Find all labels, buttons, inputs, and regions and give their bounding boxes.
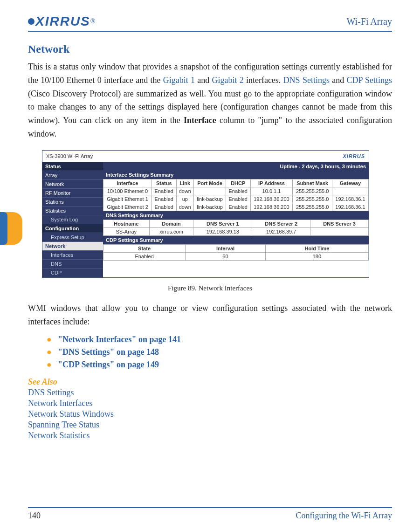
th: Status bbox=[151, 179, 176, 187]
td: Enabled bbox=[226, 203, 250, 211]
td: Enabled bbox=[151, 203, 176, 211]
doc-title: Wi-Fi Array bbox=[346, 16, 392, 27]
table-row: 10/100 Ethernet 0 Enabled down Enabled 1… bbox=[103, 187, 369, 195]
td: SS-Array bbox=[103, 227, 150, 235]
link-cdp-settings-page[interactable]: "CDP Settings" on page 149 bbox=[58, 360, 159, 369]
td: Enabled bbox=[226, 195, 250, 203]
th: DHCP bbox=[226, 179, 250, 187]
sidebar-item[interactable]: Array bbox=[42, 171, 103, 180]
list-item: "DNS Settings" on page 148 bbox=[47, 347, 392, 357]
td: xirrus.com bbox=[149, 227, 193, 235]
link-dns-settings-page[interactable]: "DNS Settings" on page 148 bbox=[58, 347, 159, 357]
text: and bbox=[195, 76, 212, 85]
sidebar-item[interactable]: Statistics bbox=[42, 206, 103, 215]
section-title: Network bbox=[28, 43, 392, 55]
td: link-backup bbox=[194, 195, 226, 203]
see-also-title: See Also bbox=[28, 377, 392, 387]
th: Subnet Mask bbox=[293, 179, 332, 187]
td: up bbox=[176, 195, 194, 203]
cdp-table: State Interval Hold Time Enabled 60 180 bbox=[103, 244, 369, 261]
see-also-link[interactable]: Network Statistics bbox=[28, 431, 392, 441]
th: State bbox=[103, 244, 186, 252]
td[interactable]: Gigabit Ethernet 2 bbox=[103, 203, 152, 211]
interface-table: Interface Status Link Port Mode DHCP IP … bbox=[103, 179, 369, 211]
window-title: XS-3900 Wi-Fi Array bbox=[46, 153, 93, 159]
td: Enabled bbox=[151, 195, 176, 203]
th: Link bbox=[176, 179, 194, 187]
see-also-link[interactable]: Network Interfaces bbox=[28, 399, 392, 408]
link-network-interfaces[interactable]: "Network Interfaces" on page 141 bbox=[58, 335, 181, 344]
uptime-text: Uptime - 2 days, 3 hours, 3 minutes bbox=[280, 164, 366, 169]
see-also-link[interactable]: Spanning Tree Status bbox=[28, 420, 392, 430]
see-also-link[interactable]: Network Status Windows bbox=[28, 409, 392, 419]
td: 60 bbox=[186, 252, 266, 260]
logo: XIRRUS ® bbox=[28, 14, 95, 29]
logo-dot-icon bbox=[28, 18, 34, 25]
th: Interface bbox=[103, 179, 152, 187]
td: 192.168.36.1 bbox=[332, 195, 368, 203]
link-gigabit1[interactable]: Gigabit 1 bbox=[163, 76, 195, 85]
link-cdp-settings[interactable]: CDP Settings bbox=[346, 76, 392, 85]
page-footer: 140 Configuring the Wi-Fi Array bbox=[28, 507, 392, 521]
link-dns-settings[interactable]: DNS Settings bbox=[283, 76, 330, 85]
td: down bbox=[176, 187, 194, 195]
table-row: Gigabit Ethernet 1 Enabled up link-backu… bbox=[103, 195, 369, 203]
td: Enabled bbox=[226, 187, 250, 195]
td: 192.168.36.200 bbox=[250, 195, 293, 203]
td[interactable]: Gigabit Ethernet 1 bbox=[103, 195, 152, 203]
page-tab-marker bbox=[0, 212, 22, 245]
table-row: Enabled 60 180 bbox=[103, 252, 369, 260]
sidebar-item[interactable]: System Log bbox=[42, 215, 103, 224]
th: Interval bbox=[186, 244, 266, 252]
td: down bbox=[176, 203, 194, 211]
link-list: "Network Interfaces" on page 141 "DNS Se… bbox=[28, 335, 392, 370]
th: DNS Server 2 bbox=[252, 220, 310, 227]
text: interfaces. bbox=[244, 76, 283, 85]
cdp-summary-title: CDP Settings Summary bbox=[106, 237, 163, 243]
sidebar-item[interactable]: Express Setup bbox=[42, 233, 103, 242]
paragraph-2: WMI windows that allow you to change or … bbox=[28, 302, 392, 329]
td: Enabled bbox=[151, 187, 176, 195]
interface-summary-title: Interface Settings Summary bbox=[106, 172, 174, 178]
th: Gateway bbox=[332, 179, 368, 187]
td: link-backup bbox=[194, 203, 226, 211]
page-number: 140 bbox=[28, 511, 41, 521]
dns-summary-title: DNS Settings Summary bbox=[106, 213, 163, 218]
td: 180 bbox=[265, 252, 368, 260]
table-row: Gigabit Ethernet 2 Enabled down link-bac… bbox=[103, 203, 369, 211]
sidebar-item[interactable]: Stations bbox=[42, 198, 103, 206]
interface-bold: Interface bbox=[184, 116, 216, 125]
footer-text: Configuring the Wi-Fi Array bbox=[296, 511, 392, 521]
figure-caption: Figure 89. Network Interfaces bbox=[28, 284, 392, 292]
td: 255.255.255.0 bbox=[293, 195, 332, 203]
th: DNS Server 1 bbox=[193, 220, 252, 227]
sidebar-subitem[interactable]: Interfaces bbox=[42, 251, 103, 260]
th: Hold Time bbox=[265, 244, 368, 252]
td: 10.0.1.1 bbox=[250, 187, 293, 195]
link-gigabit2[interactable]: Gigabit 2 bbox=[212, 76, 243, 85]
td: Enabled bbox=[103, 252, 186, 260]
td bbox=[194, 187, 226, 195]
intro-paragraph: This is a status only window that provid… bbox=[28, 60, 392, 141]
dns-table: Hostname Domain DNS Server 1 DNS Server … bbox=[103, 220, 369, 236]
figure-screenshot: XS-3900 Wi-Fi Array XIRRUS Status Array … bbox=[42, 150, 369, 278]
td[interactable]: 10/100 Ethernet 0 bbox=[103, 187, 152, 195]
th: IP Address bbox=[250, 179, 293, 187]
th: DNS Server 3 bbox=[310, 220, 369, 227]
td: 192.168.36.200 bbox=[250, 203, 293, 211]
td: 192.168.36.1 bbox=[332, 203, 368, 211]
sidebar-status-label: Status bbox=[42, 162, 103, 171]
td bbox=[310, 227, 369, 235]
sidebar-item-network[interactable]: Network bbox=[42, 242, 103, 251]
sidebar-subitem[interactable]: DNS bbox=[42, 260, 103, 268]
logo-text: XIRRUS bbox=[35, 14, 90, 29]
list-item: "Network Interfaces" on page 141 bbox=[47, 335, 392, 344]
td: 255.255.255.0 bbox=[293, 187, 332, 195]
td: 192.168.39.7 bbox=[252, 227, 310, 235]
sidebar-item[interactable]: Network bbox=[42, 180, 103, 189]
see-also-link[interactable]: DNS Settings bbox=[28, 388, 392, 398]
sidebar-item[interactable]: RF Monitor bbox=[42, 189, 103, 198]
registered-icon: ® bbox=[90, 18, 96, 25]
sidebar-subitem[interactable]: CDP bbox=[42, 268, 103, 277]
td: 192.168.39.13 bbox=[193, 227, 252, 235]
